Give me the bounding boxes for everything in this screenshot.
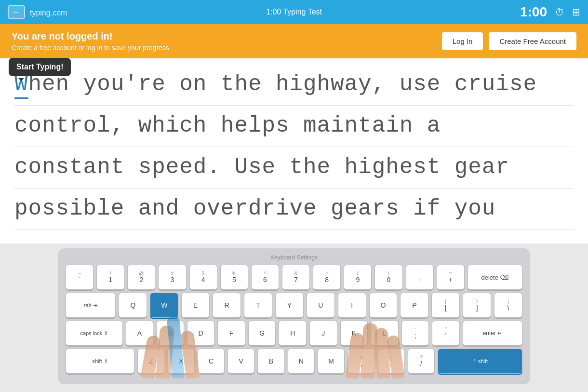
key-n[interactable]: N (288, 349, 315, 374)
key-h[interactable]: H (279, 321, 307, 346)
keyboard-section: Keyboard Settings ~` !1 @2 #3 $4 %5 ^6 &… (0, 243, 588, 389)
key-o[interactable]: O (369, 293, 398, 318)
key-b[interactable]: B (257, 349, 284, 374)
key-t[interactable]: T (244, 293, 272, 318)
key-lbracket[interactable]: {[ (431, 293, 460, 318)
key-i[interactable]: I (338, 293, 366, 318)
key-delete[interactable]: delete ⌫ (468, 265, 522, 290)
key-l[interactable]: L (371, 321, 399, 346)
keyboard-settings-label[interactable]: Keyboard Settings (66, 254, 522, 261)
typing-text: When you're on the highway, use cruise c… (14, 68, 574, 230)
top-navigation: ← typing.com 1:00 Typing Test 1:00 ⏱ ⊞ (0, 0, 588, 24)
banner-buttons: Log In Create Free Account (442, 32, 576, 50)
typing-line-2: control, which helps maintain a (14, 109, 574, 147)
key-g[interactable]: G (248, 321, 276, 346)
timer-display: 1:00 (520, 4, 547, 20)
key-u[interactable]: U (307, 293, 335, 318)
key-tab[interactable]: tab ⇥ (66, 293, 116, 318)
key-5[interactable]: %5 (220, 265, 248, 290)
stats-icon[interactable]: ⊞ (572, 6, 580, 18)
back-button[interactable]: ← (8, 5, 25, 19)
key-y[interactable]: Y (275, 293, 304, 318)
key-comma[interactable]: <, (347, 349, 374, 374)
login-button[interactable]: Log In (442, 32, 483, 50)
key-shift-left[interactable]: shift ⇧ (66, 349, 134, 374)
key-z[interactable]: Z (137, 349, 164, 374)
key-7[interactable]: &7 (282, 265, 310, 290)
key-1[interactable]: !1 (96, 265, 124, 290)
key-q[interactable]: Q (119, 293, 147, 318)
key-w[interactable]: W (150, 293, 178, 318)
key-a[interactable]: A (126, 321, 154, 346)
keyboard-container: Keyboard Settings ~` !1 @2 #3 $4 %5 ^6 &… (58, 248, 530, 384)
start-typing-tooltip: Start Typing! (9, 58, 71, 76)
key-p[interactable]: P (400, 293, 428, 318)
key-9[interactable]: (9 (344, 265, 372, 290)
keyboard-row-3: caps lock ⇪ A S D F G H J K L :; "' ente… (66, 321, 522, 346)
key-m[interactable]: M (318, 349, 345, 374)
key-capslock[interactable]: caps lock ⇪ (66, 321, 123, 346)
banner-subtext: Create a free account or log in to save … (12, 44, 171, 52)
key-x[interactable]: X (167, 349, 194, 374)
key-shift-right[interactable]: ⇧ shift (438, 349, 522, 374)
typing-line-4: possible and overdrive gears if you (14, 192, 574, 230)
key-3[interactable]: #3 (158, 265, 186, 290)
nav-right-section: 1:00 ⏱ ⊞ (520, 4, 580, 20)
key-v[interactable]: V (227, 349, 254, 374)
not-logged-in-banner: You are not logged in! Create a free acc… (0, 24, 588, 58)
key-f[interactable]: F (217, 321, 245, 346)
key-equals[interactable]: =+ (437, 265, 465, 290)
key-8[interactable]: *8 (313, 265, 341, 290)
logo: typing.com (30, 6, 67, 18)
banner-text-section: You are not logged in! Create a free acc… (12, 31, 171, 52)
typing-line-3: constant speed. Use the highest gear (14, 151, 574, 189)
key-period[interactable]: >. (378, 349, 405, 374)
key-minus[interactable]: _- (406, 265, 434, 290)
keyboard-row-1: ~` !1 @2 #3 $4 %5 ^6 &7 *8 (9 )0 _- =+ d… (66, 265, 522, 290)
keyboard-row-2: tab ⇥ Q W E R T Y U I O P {[ }] |\ (66, 293, 522, 318)
key-c[interactable]: C (198, 349, 225, 374)
key-j[interactable]: J (309, 321, 337, 346)
create-account-button[interactable]: Create Free Account (489, 32, 576, 50)
keyboard-wrapper: ~` !1 @2 #3 $4 %5 ^6 &7 *8 (9 )0 _- =+ d… (66, 265, 522, 374)
key-slash[interactable]: ?/ (408, 349, 435, 374)
key-0[interactable]: )0 (374, 265, 402, 290)
key-rbracket[interactable]: }] (463, 293, 491, 318)
key-backtick[interactable]: ~` (66, 265, 94, 290)
history-icon[interactable]: ⏱ (555, 7, 564, 18)
typing-line-1: When you're on the highway, use cruise (14, 68, 574, 106)
key-semicolon[interactable]: :; (401, 321, 429, 346)
key-e[interactable]: E (181, 293, 210, 318)
key-2[interactable]: @2 (127, 265, 155, 290)
key-k[interactable]: K (340, 321, 368, 346)
keyboard-row-4: shift ⇧ Z X C V B N M <, >. ?/ ⇧ shift (66, 349, 522, 374)
key-s[interactable]: S (156, 321, 184, 346)
key-quote[interactable]: "' (432, 321, 460, 346)
typing-area[interactable]: When you're on the highway, use cruise c… (0, 58, 588, 243)
test-title: 1:00 Typing Test (266, 8, 322, 16)
banner-heading: You are not logged in! (12, 31, 171, 42)
key-4[interactable]: $4 (189, 265, 217, 290)
key-r[interactable]: R (213, 293, 241, 318)
key-backslash[interactable]: |\ (494, 293, 522, 318)
key-enter[interactable]: enter ↵ (463, 321, 522, 346)
back-icon: ← (13, 8, 20, 16)
key-d[interactable]: D (187, 321, 215, 346)
key-6[interactable]: ^6 (251, 265, 279, 290)
